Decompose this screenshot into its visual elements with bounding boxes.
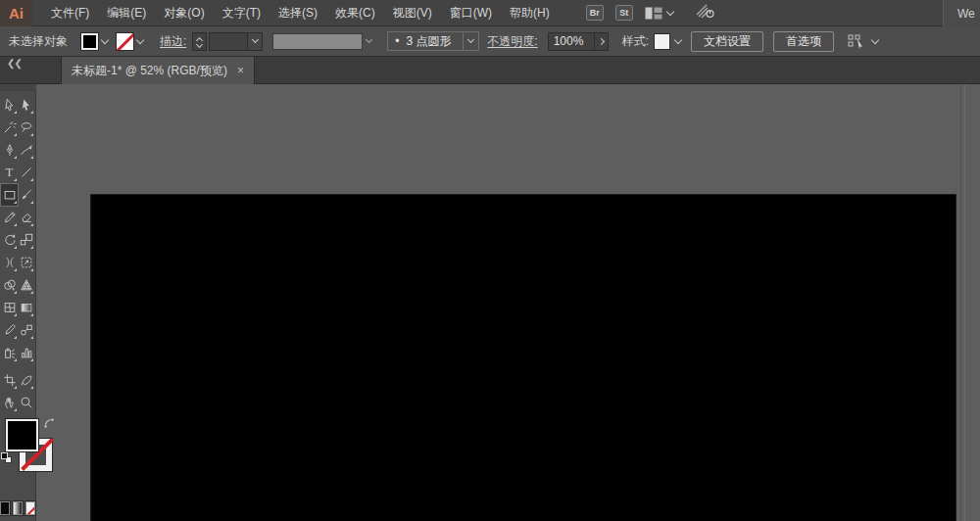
- menu-bar: Ai 文件(F) 编辑(E) 对象(O) 文字(T) 选择(S) 效果(C) 视…: [0, 0, 980, 26]
- none-slash-icon: [25, 501, 35, 515]
- chevron-down-icon: [665, 7, 673, 15]
- perspective-grid-tool[interactable]: [18, 274, 34, 296]
- arrange-documents-button[interactable]: [645, 7, 673, 20]
- brush-definition-control: • 3 点圆形: [387, 31, 479, 51]
- menu-help[interactable]: 帮助(H): [501, 0, 559, 26]
- chevron-down-icon[interactable]: [674, 35, 682, 43]
- menu-effect[interactable]: 效果(C): [326, 0, 384, 26]
- chevron-down-icon[interactable]: [101, 35, 109, 43]
- illustrator-window: Ai 文件(F) 编辑(E) 对象(O) 文字(T) 选择(S) 效果(C) 视…: [0, 0, 980, 521]
- brush-definition-dropdown-button[interactable]: [464, 31, 479, 51]
- document-tab-title: 未标题-1* @ 52% (RGB/预览): [72, 63, 227, 79]
- stroke-weight-input[interactable]: [209, 32, 248, 51]
- default-fill-chip: [1, 452, 8, 459]
- magic-wand-tool[interactable]: [1, 117, 18, 138]
- none-mode-button[interactable]: [25, 501, 35, 515]
- slice-tool[interactable]: [18, 369, 34, 391]
- workspace-switcher[interactable]: We: [943, 0, 980, 26]
- opacity-panel-link[interactable]: 不透明度:: [487, 33, 537, 50]
- zoom-tool[interactable]: [18, 392, 34, 413]
- brush-definition-dropdown[interactable]: • 3 点圆形: [387, 31, 464, 51]
- selection-tool[interactable]: [1, 94, 18, 116]
- chevron-down-icon[interactable]: [366, 36, 372, 43]
- stroke-color-swatch[interactable]: [117, 33, 133, 50]
- width-tool[interactable]: [1, 252, 18, 273]
- menu-edit[interactable]: 编辑(E): [98, 0, 155, 26]
- artboard-tool[interactable]: [1, 369, 18, 391]
- menu-view[interactable]: 视图(V): [384, 0, 441, 26]
- artboard-black-rectangle[interactable]: [91, 195, 956, 521]
- stroke-color-control[interactable]: [117, 33, 143, 50]
- tools-panel-grip[interactable]: [0, 84, 36, 91]
- curvature-tool[interactable]: [18, 139, 34, 161]
- pencil-tool[interactable]: [1, 207, 18, 228]
- menu-items: 文件(F) 编辑(E) 对象(O) 文字(T) 选择(S) 效果(C) 视图(V…: [42, 0, 559, 26]
- lasso-tool[interactable]: [18, 117, 34, 138]
- gradient-tool[interactable]: [18, 297, 34, 318]
- scrollbar-track-edge: [964, 84, 965, 521]
- opacity-input[interactable]: 100%: [548, 32, 595, 51]
- scrollbar-track: [960, 84, 961, 521]
- menu-window[interactable]: 窗口(W): [441, 0, 501, 26]
- column-graph-tool[interactable]: [18, 342, 34, 363]
- chevron-down-icon: [467, 36, 474, 43]
- fill-stroke-indicator: [0, 417, 36, 476]
- arrange-documents-icon: [645, 7, 662, 20]
- fill-proxy-swatch[interactable]: [6, 419, 38, 451]
- stock-button[interactable]: St: [615, 5, 633, 21]
- hand-tool[interactable]: [1, 392, 18, 413]
- rectangle-tool[interactable]: [1, 184, 18, 206]
- stroke-weight-stepper[interactable]: [192, 32, 207, 51]
- symbol-sprayer-tool[interactable]: [1, 342, 18, 363]
- brush-definition-value: 3 点圆形: [407, 33, 452, 50]
- tab-close-icon[interactable]: ×: [237, 65, 244, 76]
- app-logo: Ai: [0, 0, 32, 26]
- collapse-panels-button[interactable]: ❮❮: [0, 57, 35, 69]
- mesh-tool[interactable]: [1, 297, 18, 318]
- eraser-tool[interactable]: [18, 207, 34, 228]
- color-mode-button[interactable]: [0, 501, 10, 515]
- type-tool[interactable]: T: [1, 162, 18, 183]
- stroke-panel-link[interactable]: 描边:: [160, 33, 186, 50]
- default-fill-stroke-icon[interactable]: [1, 452, 12, 463]
- bridge-button[interactable]: Br: [586, 5, 604, 21]
- eyedropper-tool[interactable]: [1, 319, 18, 341]
- opacity-dropdown-button[interactable]: [595, 32, 609, 51]
- gradient-mode-button[interactable]: [13, 501, 23, 515]
- preferences-button[interactable]: 首选项: [773, 31, 834, 52]
- swap-fill-stroke-icon[interactable]: [43, 417, 55, 429]
- select-similar-control[interactable]: [848, 33, 878, 49]
- workspace-switcher-label: We: [957, 7, 975, 21]
- menu-type[interactable]: 文字(T): [214, 0, 270, 26]
- brush-dot: •: [395, 34, 399, 48]
- fill-color-swatch[interactable]: [81, 33, 98, 50]
- chevron-right-icon: [598, 37, 605, 44]
- menu-object[interactable]: 对象(O): [155, 0, 213, 26]
- tools-grid: T: [0, 91, 35, 413]
- chevron-down-icon: [871, 35, 879, 43]
- stroke-weight-dropdown-button[interactable]: [248, 32, 263, 51]
- document-tab[interactable]: 未标题-1* @ 52% (RGB/预览) ×: [61, 57, 255, 84]
- paintbrush-tool[interactable]: [18, 184, 34, 206]
- pen-tool[interactable]: [1, 139, 18, 161]
- direct-selection-tool[interactable]: [18, 94, 34, 116]
- fill-color-control[interactable]: [81, 33, 108, 50]
- blend-tool[interactable]: [18, 319, 34, 341]
- rotate-tool[interactable]: [1, 229, 18, 251]
- width-profile-dropdown[interactable]: [272, 33, 363, 50]
- menu-select[interactable]: 选择(S): [270, 0, 326, 26]
- share-icon: [695, 3, 716, 19]
- chevron-down-icon[interactable]: [136, 35, 144, 43]
- paint-mode-row: [0, 501, 35, 515]
- shape-builder-tool[interactable]: [1, 274, 18, 296]
- type-tool-glyph: T: [6, 165, 14, 180]
- share-button[interactable]: [695, 3, 716, 23]
- line-segment-tool[interactable]: [18, 162, 34, 183]
- menu-file[interactable]: 文件(F): [42, 0, 98, 26]
- free-transform-tool[interactable]: [18, 252, 34, 273]
- document-setup-button[interactable]: 文档设置: [691, 31, 763, 52]
- stepper-down-icon[interactable]: [196, 40, 203, 47]
- scale-tool[interactable]: [18, 229, 34, 251]
- style-swatch[interactable]: [655, 34, 669, 49]
- canvas-area[interactable]: [36, 84, 980, 521]
